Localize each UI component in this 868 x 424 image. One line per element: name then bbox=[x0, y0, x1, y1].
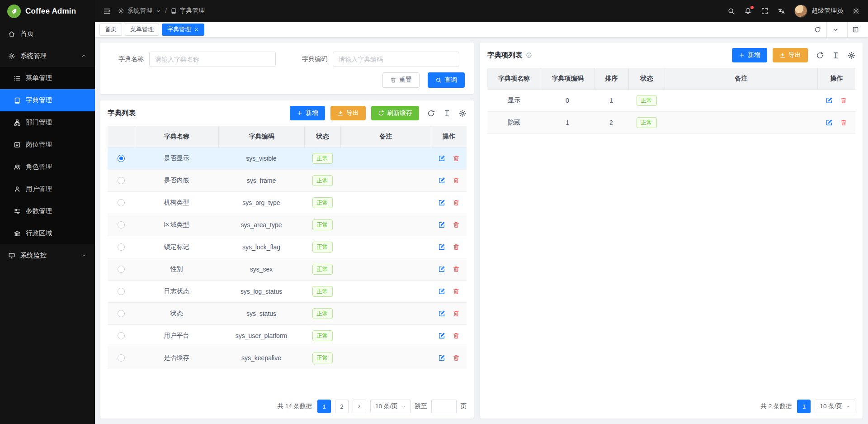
dict-row-sys_visible[interactable]: 是否显示sys_visible正常 bbox=[108, 148, 467, 170]
delete-icon[interactable] bbox=[453, 266, 460, 273]
dict-row-sys_org_type[interactable]: 机构类型sys_org_type正常 bbox=[108, 192, 467, 214]
table-refresh-icon[interactable] bbox=[427, 110, 435, 117]
delete-icon[interactable] bbox=[453, 243, 460, 251]
edit-icon[interactable] bbox=[438, 199, 445, 206]
app-logo[interactable]: Coffee Admin bbox=[0, 0, 95, 23]
remark-cell bbox=[340, 236, 431, 258]
tabs-refresh-icon[interactable] bbox=[809, 22, 826, 37]
row-radio[interactable] bbox=[118, 332, 125, 339]
sidebar-item-dept-management[interactable]: 部门管理 bbox=[0, 111, 95, 133]
sidebar-item-region-management[interactable]: 行政区域 bbox=[0, 222, 95, 244]
edit-icon[interactable] bbox=[438, 221, 445, 229]
row-radio[interactable] bbox=[118, 177, 125, 184]
sidebar-item-dict-management[interactable]: 字典管理 bbox=[0, 89, 95, 111]
sidebar-item-home[interactable]: 首页 bbox=[0, 23, 95, 45]
sidebar-item-param-management[interactable]: 参数管理 bbox=[0, 200, 95, 222]
delete-icon[interactable] bbox=[840, 97, 847, 104]
edit-icon[interactable] bbox=[826, 119, 833, 126]
column-settings-icon[interactable] bbox=[832, 52, 840, 59]
add-item-button[interactable]: 新增 bbox=[732, 48, 767, 62]
delete-icon[interactable] bbox=[453, 354, 460, 362]
page-size-select[interactable]: 10 条/页 bbox=[370, 400, 411, 413]
tabs-dropdown-icon[interactable] bbox=[826, 22, 844, 37]
dict-row-sys_frame[interactable]: 是否内嵌sys_frame正常 bbox=[108, 170, 467, 192]
row-radio[interactable] bbox=[118, 221, 125, 229]
delete-icon[interactable] bbox=[453, 288, 460, 295]
jump-page-input[interactable] bbox=[431, 400, 457, 413]
delete-icon[interactable] bbox=[840, 119, 847, 126]
row-radio[interactable] bbox=[118, 310, 125, 317]
page-button-1[interactable]: 1 bbox=[317, 400, 331, 413]
reset-label: 重置 bbox=[399, 76, 412, 84]
edit-icon[interactable] bbox=[438, 332, 445, 339]
next-page-button[interactable] bbox=[353, 400, 366, 413]
dict-name-input[interactable] bbox=[149, 52, 276, 67]
item-row[interactable]: 显示01正常 bbox=[487, 90, 855, 112]
page-button-1[interactable]: 1 bbox=[797, 400, 811, 413]
edit-icon[interactable] bbox=[826, 97, 833, 104]
dict-row-sys_user_platform[interactable]: 用户平台sys_user_platform正常 bbox=[108, 325, 467, 347]
dict-row-sys_area_type[interactable]: 区域类型sys_area_type正常 bbox=[108, 214, 467, 236]
translate-icon[interactable] bbox=[778, 7, 785, 15]
dict-row-sys_lock_flag[interactable]: 锁定标记sys_lock_flag正常 bbox=[108, 236, 467, 258]
sidebar-item-system-management[interactable]: 系统管理 bbox=[0, 45, 95, 67]
tab-menu-management[interactable]: 菜单管理 bbox=[125, 24, 159, 36]
sidebar-item-menu-management[interactable]: 菜单管理 bbox=[0, 67, 95, 89]
dict-row-sys_status[interactable]: 状态sys_status正常 bbox=[108, 303, 467, 325]
breadcrumb-system-management[interactable]: 系统管理 bbox=[118, 7, 161, 15]
user-menu[interactable]: 超级管理员 bbox=[794, 5, 843, 18]
settings-gear-icon[interactable] bbox=[852, 7, 860, 15]
edit-icon[interactable] bbox=[438, 288, 445, 295]
table-settings-icon[interactable] bbox=[459, 110, 467, 117]
edit-icon[interactable] bbox=[438, 177, 445, 184]
edit-icon[interactable] bbox=[438, 243, 445, 251]
dict-code-label: 字典编码 bbox=[293, 55, 327, 63]
edit-icon[interactable] bbox=[438, 155, 445, 162]
delete-icon[interactable] bbox=[453, 310, 460, 317]
row-radio[interactable] bbox=[118, 288, 125, 295]
reset-button[interactable]: 重置 bbox=[382, 72, 420, 88]
query-button[interactable]: 查询 bbox=[428, 72, 465, 88]
dict-row-sys_log_status[interactable]: 日志状态sys_log_status正常 bbox=[108, 281, 467, 303]
notification-bell[interactable] bbox=[744, 7, 752, 15]
table-settings-icon[interactable] bbox=[848, 52, 855, 59]
export-dict-button[interactable]: 导出 bbox=[330, 106, 366, 120]
tab-home[interactable]: 首页 bbox=[99, 24, 122, 36]
sidebar-item-role-management[interactable]: 角色管理 bbox=[0, 156, 95, 178]
page-size-select[interactable]: 10 条/页 bbox=[815, 400, 855, 413]
delete-icon[interactable] bbox=[453, 221, 460, 229]
add-dict-button[interactable]: 新增 bbox=[290, 106, 325, 120]
dict-code-input[interactable] bbox=[333, 52, 459, 67]
row-radio[interactable] bbox=[118, 155, 125, 162]
sidebar-collapse-icon[interactable] bbox=[103, 7, 111, 15]
export-item-button[interactable]: 导出 bbox=[773, 48, 808, 62]
sidebar-item-system-monitor[interactable]: 系统监控 bbox=[0, 244, 95, 267]
delete-icon[interactable] bbox=[453, 177, 460, 184]
sidebar-item-user-management[interactable]: 用户管理 bbox=[0, 178, 95, 200]
delete-icon[interactable] bbox=[453, 332, 460, 339]
edit-icon[interactable] bbox=[438, 266, 445, 273]
row-radio[interactable] bbox=[118, 199, 125, 206]
info-icon[interactable] bbox=[526, 52, 532, 58]
edit-icon[interactable] bbox=[438, 354, 445, 362]
fullscreen-icon[interactable] bbox=[761, 7, 769, 15]
refresh-cache-button[interactable]: 刷新缓存 bbox=[371, 106, 419, 120]
sidebar-item-post-management[interactable]: 岗位管理 bbox=[0, 133, 95, 156]
row-radio[interactable] bbox=[118, 354, 125, 362]
item-row[interactable]: 隐藏12正常 bbox=[487, 112, 855, 134]
close-icon[interactable] bbox=[194, 27, 199, 32]
search-icon[interactable] bbox=[727, 7, 735, 15]
table-refresh-icon[interactable] bbox=[816, 52, 824, 59]
dict-row-sys_keepalive[interactable]: 是否缓存sys_keepalive正常 bbox=[108, 347, 467, 369]
delete-icon[interactable] bbox=[453, 199, 460, 206]
sidebar-item-label: 字典管理 bbox=[26, 96, 52, 105]
layout-toggle-icon[interactable] bbox=[847, 22, 863, 37]
row-radio[interactable] bbox=[118, 266, 125, 273]
tab-dict-management[interactable]: 字典管理 bbox=[162, 24, 204, 36]
dict-row-sys_sex[interactable]: 性别sys_sex正常 bbox=[108, 258, 467, 281]
page-button-2[interactable]: 2 bbox=[335, 400, 349, 413]
column-settings-icon[interactable] bbox=[443, 110, 451, 117]
delete-icon[interactable] bbox=[453, 155, 460, 162]
row-radio[interactable] bbox=[118, 243, 125, 251]
edit-icon[interactable] bbox=[438, 310, 445, 317]
